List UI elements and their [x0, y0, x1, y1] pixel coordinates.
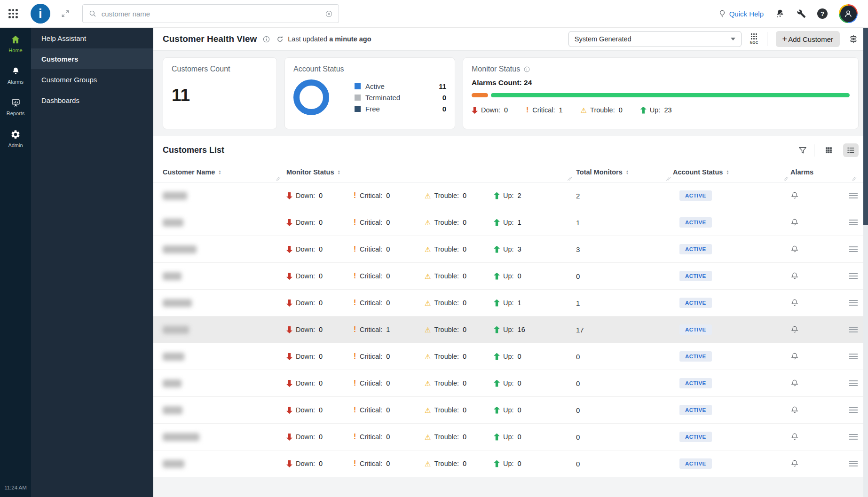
monitor-status-cell: Down:0!Critical:0⚠Trouble:0Up:0: [283, 352, 574, 361]
clear-search-icon[interactable]: [325, 10, 333, 18]
sort-icon[interactable]: ▲▼: [218, 170, 221, 174]
row-menu-icon[interactable]: [849, 461, 858, 466]
alarm-bell-icon[interactable]: [790, 272, 849, 280]
customer-name-cell[interactable]: [153, 353, 283, 361]
customer-name-cell[interactable]: [153, 299, 283, 307]
row-menu-icon[interactable]: [849, 220, 858, 225]
view-select[interactable]: System Generated: [568, 31, 742, 47]
table-row[interactable]: Down:0!Critical:0⚠Trouble:0Up:00ACTIVE: [153, 450, 868, 477]
alarm-bell-icon[interactable]: [790, 218, 849, 227]
customize-columns-icon[interactable]: [848, 34, 859, 44]
filter-icon[interactable]: [798, 146, 807, 155]
alarm-bell-icon[interactable]: [790, 406, 849, 414]
monitor-status-cell: Down:0!Critical:0⚠Trouble:0Up:0: [283, 271, 574, 281]
sidebar-item-customer-groups[interactable]: Customer Groups: [31, 69, 153, 90]
sort-icon[interactable]: ▲▼: [726, 170, 729, 174]
table-row[interactable]: Down:0!Critical:0⚠Trouble:0Up:11ACTIVE: [153, 209, 868, 236]
sort-icon[interactable]: ▲▼: [626, 170, 629, 174]
trouble-warning-icon: ⚠: [425, 300, 431, 307]
user-avatar[interactable]: [839, 4, 858, 23]
global-search[interactable]: [82, 4, 339, 23]
alarm-bell-icon[interactable]: [790, 352, 849, 361]
refresh-icon[interactable]: [276, 35, 284, 43]
column-resize-handle[interactable]: [568, 177, 572, 181]
info-icon[interactable]: [523, 66, 530, 73]
noc-view-button[interactable]: NOC: [750, 33, 758, 45]
table-row[interactable]: Down:0!Critical:0⚠Trouble:0Up:22ACTIVE: [153, 182, 868, 209]
list-view-icon[interactable]: [843, 143, 859, 157]
row-menu-icon[interactable]: [849, 246, 858, 252]
alarm-bell-icon[interactable]: [790, 325, 849, 334]
info-icon[interactable]: [262, 35, 270, 43]
tools-wrench-icon[interactable]: [797, 9, 806, 18]
column-header-monitor-status[interactable]: Monitor Status ▲▼: [283, 168, 574, 176]
table-row[interactable]: Down:0!Critical:0⚠Trouble:0Up:00ACTIVE: [153, 263, 868, 290]
stat-value: 0: [463, 379, 466, 387]
table-body: Down:0!Critical:0⚠Trouble:0Up:22ACTIVEDo…: [153, 182, 868, 477]
table-row[interactable]: Down:0!Critical:1⚠Trouble:0Up:1617ACTIVE: [153, 316, 868, 343]
column-header-total-monitors[interactable]: Total Monitors ▲▼: [574, 168, 673, 176]
alarm-bell-icon[interactable]: [790, 433, 849, 441]
sort-icon[interactable]: ▲▼: [338, 170, 340, 174]
add-customer-button[interactable]: + Add Customer: [776, 31, 840, 47]
table-row[interactable]: Down:0!Critical:0⚠Trouble:0Up:00ACTIVE: [153, 343, 868, 370]
table-row[interactable]: Down:0!Critical:0⚠Trouble:0Up:33ACTIVE: [153, 236, 868, 263]
customer-name-cell[interactable]: [153, 272, 283, 280]
column-resize-handle[interactable]: [666, 177, 671, 181]
customer-name-cell[interactable]: [153, 219, 283, 227]
customer-name-redacted: [163, 460, 184, 468]
row-menu-icon[interactable]: [849, 193, 858, 198]
row-menu-icon[interactable]: [849, 434, 858, 440]
row-menu-icon[interactable]: [849, 380, 858, 386]
grid-view-icon[interactable]: [821, 143, 836, 157]
page-title: Customer Health View: [163, 34, 257, 44]
customer-name-cell[interactable]: [153, 433, 283, 441]
sidebar-item-customers[interactable]: Customers: [31, 48, 153, 69]
column-header-customer-name[interactable]: Customer Name ▲▼: [153, 168, 283, 176]
rail-item-reports[interactable]: Reports: [0, 91, 31, 123]
table-row[interactable]: Down:0!Critical:0⚠Trouble:0Up:00ACTIVE: [153, 424, 868, 450]
table-row[interactable]: Down:0!Critical:0⚠Trouble:0Up:11ACTIVE: [153, 290, 868, 316]
row-menu-icon[interactable]: [849, 327, 858, 332]
rail-item-home[interactable]: Home: [0, 28, 31, 60]
customer-name-cell[interactable]: [153, 326, 283, 334]
rail-item-admin[interactable]: Admin: [0, 123, 31, 155]
search-input[interactable]: [102, 10, 320, 18]
customer-name-cell[interactable]: [153, 460, 283, 468]
customer-name-cell[interactable]: [153, 406, 283, 414]
column-resize-handle[interactable]: [784, 177, 789, 181]
column-resize-handle[interactable]: [276, 177, 281, 181]
notifications-icon[interactable]: [775, 8, 785, 19]
customer-name-cell[interactable]: [153, 245, 283, 253]
sidebar-item-help-assistant[interactable]: Help Assistant: [31, 28, 153, 48]
alarm-bell-icon[interactable]: [790, 245, 849, 253]
row-menu-icon[interactable]: [849, 300, 858, 306]
column-label: Customer Name: [163, 168, 215, 176]
customer-name-cell[interactable]: [153, 192, 283, 200]
table-row[interactable]: Down:0!Critical:0⚠Trouble:0Up:00ACTIVE: [153, 397, 868, 424]
monitor-status-cell: Down:0!Critical:1⚠Trouble:0Up:16: [283, 325, 574, 334]
app-launcher-icon[interactable]: [8, 9, 18, 18]
row-menu-icon[interactable]: [849, 273, 858, 279]
quick-help-button[interactable]: Quick Help: [718, 9, 764, 18]
monitor-status-cell: Down:0!Critical:0⚠Trouble:0Up:1: [283, 218, 574, 227]
row-menu-icon[interactable]: [849, 354, 858, 359]
row-menu-icon[interactable]: [849, 407, 858, 413]
sidebar-item-dashboards[interactable]: Dashboards: [31, 90, 153, 110]
alarm-bell-icon[interactable]: [790, 459, 849, 468]
alarm-bell-icon[interactable]: [790, 191, 849, 200]
table-row[interactable]: Down:0!Critical:0⚠Trouble:0Up:00ACTIVE: [153, 370, 868, 397]
scrollbar-thumb[interactable]: [863, 28, 868, 225]
up-arrow-icon: [640, 107, 647, 114]
rail-item-alarms[interactable]: Alarms: [0, 60, 31, 91]
stat-value: 0: [319, 272, 323, 280]
help-icon[interactable]: ?: [817, 8, 828, 19]
alarm-bell-icon[interactable]: [790, 299, 849, 307]
fullscreen-icon[interactable]: [61, 9, 70, 18]
column-header-account-status[interactable]: Account Status ▲▼: [673, 168, 790, 176]
alarm-bell-icon[interactable]: [790, 379, 849, 387]
scrollbar-track[interactable]: [863, 28, 868, 497]
customer-name-cell[interactable]: [153, 379, 283, 387]
stat-down: Down:0: [286, 379, 353, 387]
column-resize-handle[interactable]: [852, 177, 857, 181]
